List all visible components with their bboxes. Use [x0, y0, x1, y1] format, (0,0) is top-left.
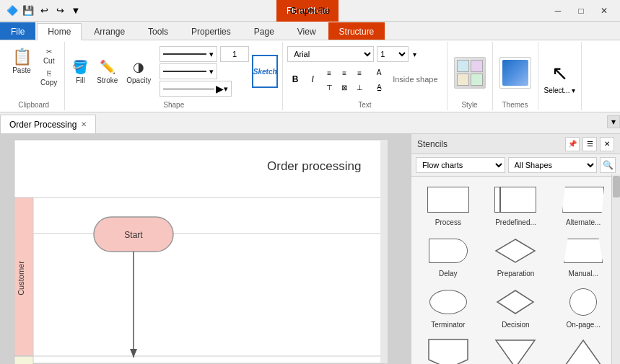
- style-preview: [452, 43, 488, 99]
- ribbon-group-clipboard: 📋 Paste ✂ Cut ⎘ Copy Clipboard: [3, 42, 65, 110]
- stencil-extract[interactable]: Extract: [551, 334, 616, 364]
- document-tab[interactable]: Order Processing ✕: [0, 115, 96, 133]
- line-color-dropdown[interactable]: ▾: [160, 63, 217, 79]
- canvas-inner[interactable]: Customer s department Order processing S…: [0, 134, 411, 364]
- stencil-offpage[interactable]: Off-page...: [416, 334, 481, 364]
- align-left-button[interactable]: ≡: [322, 66, 336, 79]
- cut-button[interactable]: ✂ Cut: [38, 46, 60, 66]
- stencil-onpage[interactable]: On-page...: [551, 283, 616, 332]
- shape-label: Shape: [163, 99, 184, 109]
- align-top-button[interactable]: ⊤: [322, 81, 336, 94]
- paste-icon: 📋: [12, 49, 32, 65]
- stencils-settings-button[interactable]: ☰: [582, 137, 597, 151]
- stencils-shapeset-dropdown[interactable]: All Shapes: [508, 157, 598, 173]
- ribbon-group-style: Style: [447, 42, 493, 110]
- text-highlight-button[interactable]: A̲: [371, 80, 387, 93]
- redo-icon[interactable]: ↪: [53, 4, 66, 17]
- themes-label: Themes: [502, 99, 528, 109]
- tab-dropdown-button[interactable]: ▾: [607, 115, 620, 128]
- tab-view[interactable]: View: [287, 22, 327, 40]
- maximize-button[interactable]: □: [571, 4, 591, 18]
- select-dropdown[interactable]: Select... ▾: [543, 86, 575, 94]
- quick-access-dropdown-icon[interactable]: ▼: [69, 4, 82, 17]
- shape-row-fill: 🪣 Fill ✏️ Stroke ◑ Opacity ▾: [69, 46, 278, 97]
- clipboard-label: Clipboard: [18, 99, 49, 109]
- line-color-row: ▾: [160, 63, 249, 79]
- tab-home[interactable]: Home: [37, 23, 82, 40]
- stencil-delay[interactable]: Delay: [416, 232, 481, 280]
- stencils-pin-button[interactable]: 📌: [565, 137, 580, 151]
- ribbon-group-themes: Themes: [493, 42, 538, 110]
- bold-button[interactable]: B: [287, 71, 303, 87]
- dropdown-arrow3: ▾: [224, 84, 228, 94]
- tab-properties[interactable]: Properties: [180, 22, 242, 40]
- stencil-process[interactable]: Process: [416, 181, 481, 229]
- font-size-dropdown[interactable]: ▾: [413, 50, 416, 58]
- diagram-svg: Customer s department Order processing S…: [0, 134, 411, 364]
- line-width-input[interactable]: [220, 46, 249, 62]
- align-middle-button[interactable]: ⊠: [337, 81, 352, 94]
- stencils-scrollbar[interactable]: [611, 174, 620, 364]
- canvas-container: Customer s department Order processing S…: [0, 134, 411, 364]
- undo-icon[interactable]: ↩: [38, 4, 51, 17]
- tab-file[interactable]: File: [0, 22, 35, 40]
- font-size-select[interactable]: 1: [377, 46, 409, 62]
- search-icon: 🔍: [603, 160, 614, 170]
- line-style-dropdown[interactable]: ▾: [160, 46, 217, 62]
- svg-rect-1: [14, 140, 383, 234]
- sketch-button[interactable]: Sketch: [252, 55, 278, 88]
- stencil-merge[interactable]: Merge: [484, 334, 549, 364]
- copy-button[interactable]: ⎘ Copy: [38, 68, 60, 88]
- opacity-icon: ◑: [133, 59, 144, 75]
- align-buttons-row1: ≡ ≡ ≡: [322, 66, 367, 79]
- stencils-category-dropdown[interactable]: Flow charts: [416, 157, 505, 173]
- text-format-row: B I ≡ ≡ ≡ ⊤ ⊠ ⊥ A A̲: [287, 65, 442, 94]
- document-tab-bar: Order Processing ✕ ▾: [0, 112, 620, 134]
- title-bar: 🔷 💾 ↩ ↪ ▼ Flow Chart Grapholite ─ □ ✕: [0, 0, 620, 22]
- opacity-button[interactable]: ◑ Opacity: [123, 58, 154, 86]
- text-controls: Arial 1 ▾ B I ≡ ≡ ≡ ⊤ ⊠: [287, 43, 442, 99]
- tab-tools[interactable]: Tools: [137, 22, 179, 40]
- stencils-panel: Stencils 📌 ☰ ✕ Flow charts All Shapes: [411, 134, 620, 364]
- ribbon-group-shape: 🪣 Fill ✏️ Stroke ◑ Opacity ▾: [65, 42, 283, 110]
- tab-close-button[interactable]: ✕: [81, 120, 87, 128]
- ribbon-group-select: ↖ Select... ▾: [538, 42, 582, 110]
- style-swatch[interactable]: [452, 51, 488, 94]
- paste-button[interactable]: 📋 Paste: [7, 46, 36, 77]
- themes-swatch[interactable]: [497, 51, 533, 94]
- stencils-search-button[interactable]: 🔍: [600, 157, 616, 173]
- stroke-button[interactable]: ✏️ Stroke: [94, 58, 121, 86]
- tab-page[interactable]: Page: [243, 22, 285, 40]
- tab-arrange[interactable]: Arrange: [83, 22, 136, 40]
- save-icon[interactable]: 💾: [22, 4, 35, 17]
- font-color-button[interactable]: A: [371, 66, 387, 79]
- align-bottom-button[interactable]: ⊥: [352, 81, 367, 94]
- font-row: Arial 1 ▾: [287, 46, 416, 62]
- svg-rect-0: [14, 140, 383, 363]
- ribbon-group-text: Arial 1 ▾ B I ≡ ≡ ≡ ⊤ ⊠: [283, 42, 447, 110]
- font-family-select[interactable]: Arial: [287, 46, 374, 62]
- fill-icon: 🪣: [72, 59, 88, 75]
- svg-text:Order processing: Order processing: [267, 159, 361, 173]
- quick-access-toolbar: 🔷 💾 ↩ ↪ ▼: [6, 4, 82, 17]
- stencil-manual[interactable]: Manual...: [551, 232, 616, 280]
- stencil-alternate[interactable]: Alternate...: [551, 181, 616, 229]
- stencils-scrollbar-thumb: [613, 176, 620, 197]
- stencils-close-button[interactable]: ✕: [600, 137, 614, 151]
- arrow-style-dropdown[interactable]: ▶ ▾: [160, 81, 232, 97]
- style-label: Style: [461, 99, 477, 109]
- fill-button[interactable]: 🪣 Fill: [69, 58, 91, 86]
- close-button[interactable]: ✕: [594, 4, 614, 18]
- italic-button[interactable]: I: [305, 71, 320, 87]
- tab-structure[interactable]: Structure: [328, 22, 385, 40]
- text-label: Text: [358, 99, 371, 109]
- select-icon[interactable]: ↖: [551, 61, 568, 85]
- stencil-predefined[interactable]: Predefined...: [484, 181, 549, 229]
- stencil-preparation[interactable]: Preparation: [484, 232, 549, 280]
- inside-shape-label: Inside shape: [388, 74, 442, 85]
- align-center-button[interactable]: ≡: [337, 66, 352, 79]
- stencil-decision[interactable]: Decision: [484, 283, 549, 332]
- align-right-button[interactable]: ≡: [352, 66, 367, 79]
- minimize-button[interactable]: ─: [548, 4, 568, 18]
- stencil-terminator[interactable]: Terminator: [416, 283, 481, 332]
